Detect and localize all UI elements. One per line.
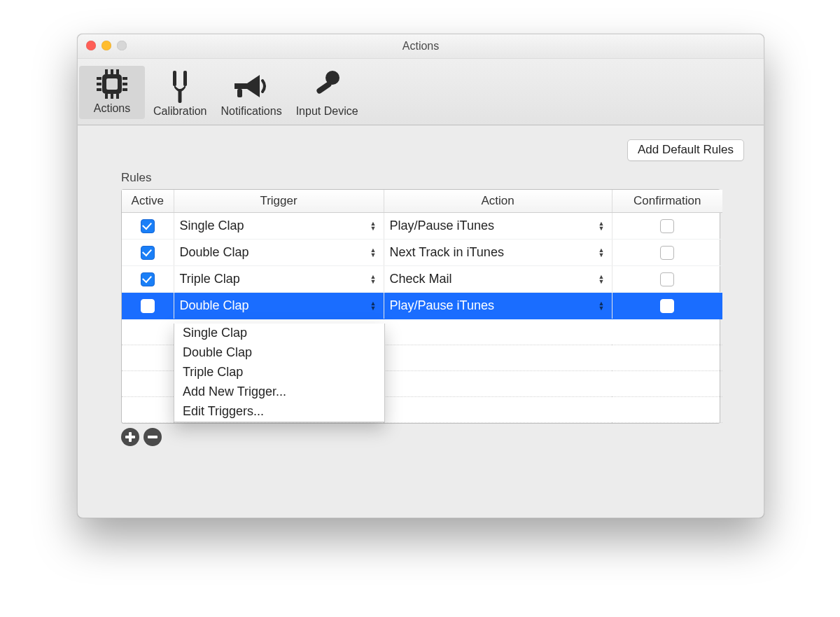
trigger-cell[interactable]: Double Clap▲▼ xyxy=(174,240,384,265)
cell-text: Triple Clap xyxy=(180,272,240,286)
svg-rect-4 xyxy=(116,69,119,74)
stepper-icon: ▲▼ xyxy=(370,248,377,258)
cell-text: Double Clap xyxy=(180,298,249,313)
tab-label: Actions xyxy=(86,102,138,115)
column-header-confirmation[interactable]: Confirmation xyxy=(612,190,722,213)
table-row[interactable]: Triple Clap▲▼ Check Mail▲▼ xyxy=(122,266,722,293)
confirmation-checkbox[interactable] xyxy=(660,246,674,260)
menu-item-double-clap[interactable]: Double Clap xyxy=(174,343,384,363)
add-default-rules-button[interactable]: Add Default Rules xyxy=(627,139,744,161)
stepper-icon: ▲▼ xyxy=(598,275,605,284)
active-checkbox[interactable] xyxy=(141,246,155,260)
megaphone-icon xyxy=(220,69,281,105)
menu-item-edit-triggers[interactable]: Edit Triggers... xyxy=(174,402,384,422)
action-cell[interactable]: Play/Pause iTunes▲▼ xyxy=(384,293,612,319)
svg-rect-7 xyxy=(116,94,119,99)
preferences-toolbar: Actions Calibration xyxy=(78,59,764,125)
menu-item-single-clap[interactable]: Single Clap xyxy=(174,324,384,343)
svg-rect-12 xyxy=(122,83,127,85)
active-checkbox[interactable] xyxy=(141,299,155,313)
svg-rect-17 xyxy=(237,89,242,97)
cell-text: Next Track in iTunes xyxy=(390,245,504,260)
trigger-cell[interactable]: Double Clap▲▼ xyxy=(174,293,384,319)
remove-rule-button[interactable] xyxy=(144,428,162,446)
column-header-action[interactable]: Action xyxy=(384,190,612,213)
tuning-fork-icon xyxy=(153,69,206,105)
menu-item-add-new-trigger[interactable]: Add New Trigger... xyxy=(174,382,384,402)
stepper-icon: ▲▼ xyxy=(370,301,377,311)
menu-item-triple-clap[interactable]: Triple Clap xyxy=(174,363,384,382)
confirmation-checkbox[interactable] xyxy=(660,219,674,233)
column-header-trigger[interactable]: Trigger xyxy=(174,190,384,213)
svg-rect-14 xyxy=(173,71,176,86)
trigger-dropdown-menu: Single Clap Double Clap Triple Clap Add … xyxy=(174,324,385,422)
cell-text: Check Mail xyxy=(390,272,452,286)
stepper-icon: ▲▼ xyxy=(598,221,605,231)
svg-rect-5 xyxy=(105,94,108,99)
add-rule-button[interactable] xyxy=(121,428,139,446)
preferences-window: Actions Actions xyxy=(77,34,764,518)
rules-table: Active Trigger Action Confirmation Singl… xyxy=(121,189,720,424)
svg-rect-3 xyxy=(111,69,113,74)
action-cell[interactable]: Play/Pause iTunes▲▼ xyxy=(384,213,612,239)
trigger-cell[interactable]: Triple Clap▲▼ xyxy=(174,266,384,292)
active-checkbox[interactable] xyxy=(141,272,155,286)
action-cell[interactable]: Check Mail▲▼ xyxy=(384,266,612,292)
cell-text: Play/Pause iTunes xyxy=(390,298,494,313)
tab-actions[interactable]: Actions xyxy=(79,66,145,119)
stepper-icon: ▲▼ xyxy=(598,301,605,311)
svg-rect-15 xyxy=(183,71,187,86)
tab-label: Calibration xyxy=(153,105,206,118)
zoom-window-button[interactable] xyxy=(117,41,127,50)
table-row[interactable]: Double Clap▲▼ Play/Pause iTunes▲▼ xyxy=(122,293,722,319)
microphone-icon xyxy=(296,69,358,105)
action-cell[interactable]: Next Track in iTunes▲▼ xyxy=(384,240,612,265)
svg-rect-1 xyxy=(106,78,118,90)
content-area: Add Default Rules Rules Active Trigger A… xyxy=(93,139,748,504)
chip-icon xyxy=(86,66,138,102)
cell-text: Double Clap xyxy=(180,245,249,260)
rules-section-label: Rules xyxy=(121,171,748,185)
confirmation-checkbox[interactable] xyxy=(660,272,674,286)
svg-rect-16 xyxy=(178,90,182,103)
window-title: Actions xyxy=(402,40,439,53)
tab-notifications[interactable]: Notifications xyxy=(214,66,288,122)
minimize-window-button[interactable] xyxy=(102,41,111,50)
table-row[interactable]: Single Clap▲▼ Play/Pause iTunes▲▼ xyxy=(122,213,722,240)
stepper-icon: ▲▼ xyxy=(370,275,377,284)
tab-label: Notifications xyxy=(220,105,281,118)
svg-rect-11 xyxy=(122,77,127,80)
stepper-icon: ▲▼ xyxy=(598,248,605,258)
svg-rect-8 xyxy=(97,77,102,80)
svg-rect-2 xyxy=(105,69,108,74)
table-row[interactable]: Double Clap▲▼ Next Track in iTunes▲▼ xyxy=(122,240,722,266)
tab-label: Input Device xyxy=(296,105,358,118)
stepper-icon: ▲▼ xyxy=(370,221,377,231)
column-header-active[interactable]: Active xyxy=(122,190,174,213)
svg-rect-19 xyxy=(316,81,332,95)
tab-input-device[interactable]: Input Device xyxy=(289,66,365,122)
confirmation-checkbox[interactable] xyxy=(660,299,674,313)
svg-rect-13 xyxy=(122,88,127,91)
trigger-cell[interactable]: Single Clap▲▼ xyxy=(174,213,384,239)
titlebar: Actions xyxy=(78,34,764,59)
cell-text: Play/Pause iTunes xyxy=(390,219,494,233)
close-window-button[interactable] xyxy=(86,41,96,50)
svg-rect-10 xyxy=(97,88,102,91)
svg-rect-6 xyxy=(111,94,113,99)
tab-calibration[interactable]: Calibration xyxy=(146,66,214,122)
svg-rect-9 xyxy=(97,83,102,85)
active-checkbox[interactable] xyxy=(141,219,155,233)
cell-text: Single Clap xyxy=(180,219,244,233)
